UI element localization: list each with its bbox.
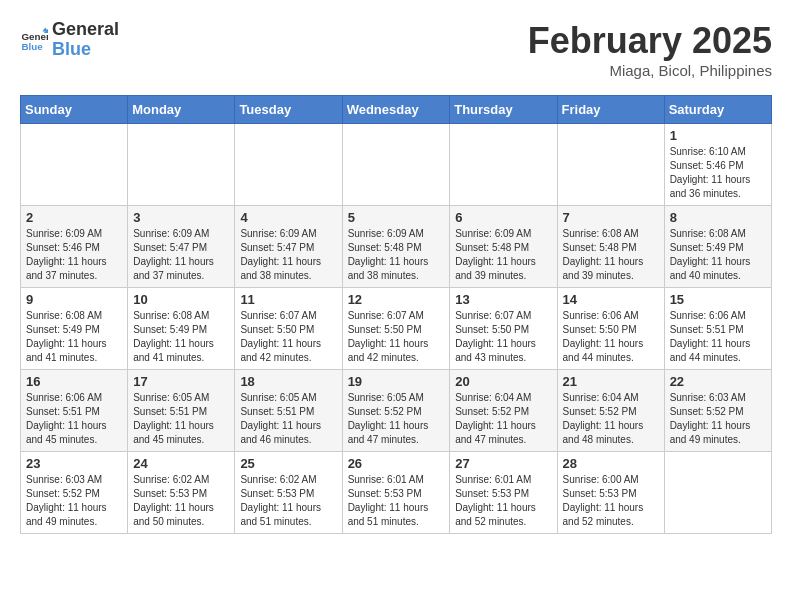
- day-number: 16: [26, 374, 122, 389]
- day-number: 12: [348, 292, 445, 307]
- day-number: 2: [26, 210, 122, 225]
- logo: General Blue General Blue: [20, 20, 119, 60]
- day-info: Sunrise: 6:03 AM Sunset: 5:52 PM Dayligh…: [26, 473, 122, 529]
- day-info: Sunrise: 6:01 AM Sunset: 5:53 PM Dayligh…: [455, 473, 551, 529]
- calendar-cell: 1Sunrise: 6:10 AM Sunset: 5:46 PM Daylig…: [664, 124, 771, 206]
- calendar-cell: 25Sunrise: 6:02 AM Sunset: 5:53 PM Dayli…: [235, 452, 342, 534]
- day-of-week-tuesday: Tuesday: [235, 96, 342, 124]
- day-number: 25: [240, 456, 336, 471]
- day-number: 18: [240, 374, 336, 389]
- day-of-week-monday: Monday: [128, 96, 235, 124]
- svg-text:Blue: Blue: [21, 41, 43, 52]
- calendar-cell: 17Sunrise: 6:05 AM Sunset: 5:51 PM Dayli…: [128, 370, 235, 452]
- day-number: 5: [348, 210, 445, 225]
- day-of-week-saturday: Saturday: [664, 96, 771, 124]
- day-number: 22: [670, 374, 766, 389]
- calendar-cell: 8Sunrise: 6:08 AM Sunset: 5:49 PM Daylig…: [664, 206, 771, 288]
- day-info: Sunrise: 6:01 AM Sunset: 5:53 PM Dayligh…: [348, 473, 445, 529]
- calendar-week-3: 16Sunrise: 6:06 AM Sunset: 5:51 PM Dayli…: [21, 370, 772, 452]
- day-info: Sunrise: 6:09 AM Sunset: 5:46 PM Dayligh…: [26, 227, 122, 283]
- calendar-cell: 21Sunrise: 6:04 AM Sunset: 5:52 PM Dayli…: [557, 370, 664, 452]
- day-number: 17: [133, 374, 229, 389]
- day-info: Sunrise: 6:05 AM Sunset: 5:52 PM Dayligh…: [348, 391, 445, 447]
- day-info: Sunrise: 6:02 AM Sunset: 5:53 PM Dayligh…: [133, 473, 229, 529]
- calendar-week-0: 1Sunrise: 6:10 AM Sunset: 5:46 PM Daylig…: [21, 124, 772, 206]
- day-info: Sunrise: 6:09 AM Sunset: 5:48 PM Dayligh…: [455, 227, 551, 283]
- calendar-cell: 24Sunrise: 6:02 AM Sunset: 5:53 PM Dayli…: [128, 452, 235, 534]
- day-info: Sunrise: 6:08 AM Sunset: 5:49 PM Dayligh…: [26, 309, 122, 365]
- calendar-cell: [128, 124, 235, 206]
- calendar-cell: [664, 452, 771, 534]
- day-number: 6: [455, 210, 551, 225]
- calendar-cell: 5Sunrise: 6:09 AM Sunset: 5:48 PM Daylig…: [342, 206, 450, 288]
- day-number: 20: [455, 374, 551, 389]
- calendar-cell: 3Sunrise: 6:09 AM Sunset: 5:47 PM Daylig…: [128, 206, 235, 288]
- day-number: 10: [133, 292, 229, 307]
- day-info: Sunrise: 6:06 AM Sunset: 5:51 PM Dayligh…: [670, 309, 766, 365]
- day-number: 27: [455, 456, 551, 471]
- calendar-cell: 19Sunrise: 6:05 AM Sunset: 5:52 PM Dayli…: [342, 370, 450, 452]
- logo-blue-text: Blue: [52, 40, 119, 60]
- calendar-header-row: SundayMondayTuesdayWednesdayThursdayFrid…: [21, 96, 772, 124]
- calendar-cell: 7Sunrise: 6:08 AM Sunset: 5:48 PM Daylig…: [557, 206, 664, 288]
- calendar-cell: 6Sunrise: 6:09 AM Sunset: 5:48 PM Daylig…: [450, 206, 557, 288]
- calendar-cell: 10Sunrise: 6:08 AM Sunset: 5:49 PM Dayli…: [128, 288, 235, 370]
- calendar-cell: [235, 124, 342, 206]
- title-area: February 2025 Miaga, Bicol, Philippines: [528, 20, 772, 79]
- day-of-week-wednesday: Wednesday: [342, 96, 450, 124]
- calendar-cell: 15Sunrise: 6:06 AM Sunset: 5:51 PM Dayli…: [664, 288, 771, 370]
- day-info: Sunrise: 6:08 AM Sunset: 5:48 PM Dayligh…: [563, 227, 659, 283]
- location-title: Miaga, Bicol, Philippines: [528, 62, 772, 79]
- day-number: 14: [563, 292, 659, 307]
- day-info: Sunrise: 6:05 AM Sunset: 5:51 PM Dayligh…: [240, 391, 336, 447]
- calendar-cell: 14Sunrise: 6:06 AM Sunset: 5:50 PM Dayli…: [557, 288, 664, 370]
- day-info: Sunrise: 6:07 AM Sunset: 5:50 PM Dayligh…: [348, 309, 445, 365]
- calendar-cell: 11Sunrise: 6:07 AM Sunset: 5:50 PM Dayli…: [235, 288, 342, 370]
- calendar-cell: [21, 124, 128, 206]
- calendar-cell: 26Sunrise: 6:01 AM Sunset: 5:53 PM Dayli…: [342, 452, 450, 534]
- calendar-cell: [342, 124, 450, 206]
- day-info: Sunrise: 6:05 AM Sunset: 5:51 PM Dayligh…: [133, 391, 229, 447]
- day-info: Sunrise: 6:07 AM Sunset: 5:50 PM Dayligh…: [455, 309, 551, 365]
- day-info: Sunrise: 6:02 AM Sunset: 5:53 PM Dayligh…: [240, 473, 336, 529]
- day-info: Sunrise: 6:07 AM Sunset: 5:50 PM Dayligh…: [240, 309, 336, 365]
- logo-general-text: General: [52, 20, 119, 40]
- day-number: 24: [133, 456, 229, 471]
- day-info: Sunrise: 6:06 AM Sunset: 5:50 PM Dayligh…: [563, 309, 659, 365]
- calendar-cell: 16Sunrise: 6:06 AM Sunset: 5:51 PM Dayli…: [21, 370, 128, 452]
- day-number: 23: [26, 456, 122, 471]
- day-info: Sunrise: 6:10 AM Sunset: 5:46 PM Dayligh…: [670, 145, 766, 201]
- day-number: 26: [348, 456, 445, 471]
- day-of-week-friday: Friday: [557, 96, 664, 124]
- calendar-cell: [557, 124, 664, 206]
- day-number: 4: [240, 210, 336, 225]
- day-number: 9: [26, 292, 122, 307]
- day-info: Sunrise: 6:08 AM Sunset: 5:49 PM Dayligh…: [133, 309, 229, 365]
- day-number: 28: [563, 456, 659, 471]
- day-info: Sunrise: 6:08 AM Sunset: 5:49 PM Dayligh…: [670, 227, 766, 283]
- calendar-cell: 12Sunrise: 6:07 AM Sunset: 5:50 PM Dayli…: [342, 288, 450, 370]
- calendar-week-4: 23Sunrise: 6:03 AM Sunset: 5:52 PM Dayli…: [21, 452, 772, 534]
- calendar-cell: 13Sunrise: 6:07 AM Sunset: 5:50 PM Dayli…: [450, 288, 557, 370]
- day-info: Sunrise: 6:04 AM Sunset: 5:52 PM Dayligh…: [563, 391, 659, 447]
- day-number: 13: [455, 292, 551, 307]
- calendar: SundayMondayTuesdayWednesdayThursdayFrid…: [20, 95, 772, 534]
- day-number: 21: [563, 374, 659, 389]
- day-info: Sunrise: 6:09 AM Sunset: 5:48 PM Dayligh…: [348, 227, 445, 283]
- day-number: 19: [348, 374, 445, 389]
- calendar-week-2: 9Sunrise: 6:08 AM Sunset: 5:49 PM Daylig…: [21, 288, 772, 370]
- day-number: 1: [670, 128, 766, 143]
- logo-icon: General Blue: [20, 26, 48, 54]
- calendar-cell: 4Sunrise: 6:09 AM Sunset: 5:47 PM Daylig…: [235, 206, 342, 288]
- header: General Blue General Blue February 2025 …: [20, 20, 772, 79]
- day-info: Sunrise: 6:04 AM Sunset: 5:52 PM Dayligh…: [455, 391, 551, 447]
- calendar-cell: [450, 124, 557, 206]
- calendar-week-1: 2Sunrise: 6:09 AM Sunset: 5:46 PM Daylig…: [21, 206, 772, 288]
- day-number: 7: [563, 210, 659, 225]
- calendar-cell: 27Sunrise: 6:01 AM Sunset: 5:53 PM Dayli…: [450, 452, 557, 534]
- day-number: 8: [670, 210, 766, 225]
- day-number: 3: [133, 210, 229, 225]
- calendar-cell: 2Sunrise: 6:09 AM Sunset: 5:46 PM Daylig…: [21, 206, 128, 288]
- day-info: Sunrise: 6:09 AM Sunset: 5:47 PM Dayligh…: [240, 227, 336, 283]
- calendar-cell: 23Sunrise: 6:03 AM Sunset: 5:52 PM Dayli…: [21, 452, 128, 534]
